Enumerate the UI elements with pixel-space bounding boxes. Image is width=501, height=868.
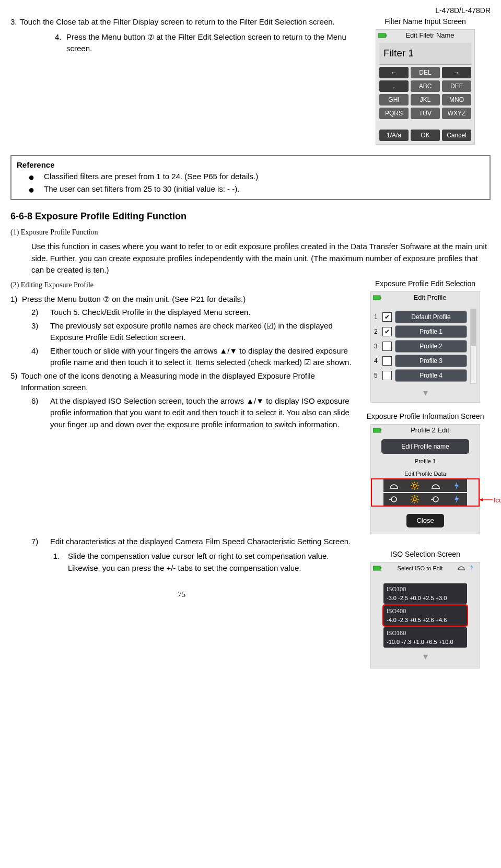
profile-checkbox[interactable] — [382, 371, 392, 380]
info-screen-caption: Exposure Profile Information Screen — [367, 411, 484, 422]
mode-icon-reflected-ambient[interactable] — [383, 493, 404, 506]
chevron-down-icon[interactable]: ▾ — [371, 386, 480, 400]
key-dot[interactable]: . — [379, 80, 409, 92]
step2-5-number: 5) — [10, 370, 21, 394]
svg-point-19 — [413, 498, 416, 501]
mode-icon-bolt-2[interactable] — [446, 493, 467, 506]
profile-checkbox[interactable]: ✔ — [382, 312, 392, 322]
svg-point-7 — [413, 484, 416, 487]
iso-item[interactable]: ISO160-10.0 -7.3 +1.0 +6.5 +10.0 — [383, 627, 467, 648]
profile-label[interactable]: Profile 3 — [395, 355, 467, 367]
key-ok[interactable]: OK — [411, 130, 440, 141]
svg-rect-5 — [380, 429, 381, 431]
key-jkl[interactable]: JKL — [411, 94, 440, 105]
profile-checkbox[interactable] — [382, 356, 392, 366]
step3-text: Touch the Close tab at the Filter Displa… — [20, 16, 353, 28]
profile-label[interactable]: Default Profile — [395, 311, 467, 323]
profile-checkbox[interactable] — [382, 342, 392, 351]
step2-1-number: 1) — [10, 294, 22, 306]
iso-item-values: -10.0 -7.3 +1.0 +6.5 +10.0 — [387, 638, 464, 647]
close-button[interactable]: Close — [406, 514, 444, 527]
iso-selection-screen: Select ISO to Edit ISO100-3.0 -2.5 +0.0 … — [370, 562, 480, 668]
iso-caption: ISO Selection Screen — [390, 549, 460, 560]
key-mno[interactable]: MNO — [442, 94, 471, 105]
key-wxyz[interactable]: WXYZ — [442, 108, 471, 119]
step3-number: 3. — [10, 16, 20, 28]
icons-annotation: Icons — [479, 495, 501, 506]
key-del[interactable]: DEL — [411, 67, 440, 78]
filter-name-input-screen: Edit Filetr Name Filter 1 ← DEL → . ABC … — [376, 29, 475, 145]
iso-item-name: ISO160 — [387, 629, 464, 638]
key-abc[interactable]: ABC — [411, 80, 440, 92]
step2-7-1-number: 1. — [53, 550, 68, 574]
bullet-icon: ● — [28, 183, 34, 196]
subsection-1-body: Use this function in cases where you wan… — [31, 241, 491, 276]
key-cancel[interactable]: Cancel — [442, 130, 471, 141]
model-label: L-478D/L-478DR — [10, 5, 491, 16]
svg-line-12 — [412, 483, 413, 484]
svg-rect-1 — [386, 34, 387, 37]
mode-icon-dome-ambient[interactable] — [383, 479, 404, 492]
key-right-arrow[interactable]: → — [442, 67, 471, 78]
svg-point-28 — [433, 497, 438, 502]
key-def[interactable]: DEF — [442, 80, 471, 92]
profile-label[interactable]: Profile 1 — [395, 325, 467, 338]
profile-row[interactable]: 3Profile 2 — [374, 340, 467, 353]
profile-label[interactable]: Profile 2 — [395, 340, 467, 353]
step2-7-text: Edit characteristics at the displayed Ca… — [50, 536, 351, 548]
exposure-profile-edit-selection-screen: Edit Profile 1✔Default Profile2✔Profile … — [370, 291, 480, 403]
reference-box: Reference ●Classified filters are preset… — [10, 155, 491, 201]
edit-selection-caption: Exposure Profile Edit Selection — [375, 278, 475, 289]
svg-rect-3 — [380, 297, 381, 299]
key-pqrs[interactable]: PQRS — [379, 108, 409, 119]
subsection-2-title: (2) Editing Exposure Profile — [10, 279, 353, 290]
profile-screen-title: Edit Profile — [382, 292, 477, 303]
mode-icon-sun[interactable] — [404, 479, 425, 492]
svg-point-17 — [391, 497, 397, 502]
key-ghi[interactable]: GHI — [379, 94, 409, 105]
mode-icon-bolt[interactable] — [446, 479, 467, 492]
iso-screen-title: Select ISO to Edit — [382, 564, 458, 573]
profile-row[interactable]: 5Profile 4 — [374, 369, 467, 382]
iso-item[interactable]: ISO400-4.0 -2.3 +0.5 +2.6 +4.6 — [383, 605, 467, 626]
edit-profile-name-button[interactable]: Edit Profile name — [381, 439, 469, 454]
profile-row[interactable]: 4Profile 3 — [374, 355, 467, 367]
key-tuv[interactable]: TUV — [411, 108, 440, 119]
key-mode-toggle[interactable]: 1/A/a — [379, 130, 409, 141]
step2-3-text: The previously set exposure profile name… — [50, 320, 353, 344]
svg-rect-2 — [373, 296, 380, 300]
svg-rect-0 — [378, 33, 386, 38]
step4-text: Press the Menu button ⑦ at the Filter Ed… — [66, 31, 353, 55]
profile-row[interactable]: 1✔Default Profile — [374, 311, 467, 323]
step2-2-text: Touch 5. Check/Edit Profile in the displ… — [50, 307, 251, 319]
step2-7-number: 7) — [31, 536, 50, 548]
step2-5-text: Touch one of the icons denoting a Measur… — [21, 370, 353, 394]
step2-1-text: Press the Menu button ⑦ on the main unit… — [22, 294, 246, 306]
mode-icon-sun-2[interactable] — [404, 493, 425, 506]
step2-4-number: 4) — [31, 345, 50, 369]
filter-caption: Filter Name Input Screen — [385, 16, 466, 27]
dome-icon — [458, 564, 465, 573]
profile-label[interactable]: Profile 4 — [395, 369, 467, 382]
iso-item[interactable]: ISO100-3.0 -2.5 +0.0 +2.5 +3.0 — [383, 583, 467, 604]
profile-row-number: 3 — [374, 342, 381, 351]
filter-name-field[interactable]: Filter 1 — [379, 43, 471, 65]
page-number: 75 — [10, 589, 353, 601]
battery-icon — [378, 33, 388, 38]
profile-row-number: 4 — [374, 356, 381, 366]
mode-icon-reflected-flash[interactable] — [425, 493, 446, 506]
key-left-arrow[interactable]: ← — [379, 67, 409, 78]
iso-item-values: -4.0 -2.3 +0.5 +2.6 +4.6 — [387, 616, 464, 625]
subsection-1-title: (1) Exposure Profile Function — [10, 227, 491, 238]
svg-line-27 — [412, 501, 413, 502]
mode-icon-dome-flash[interactable] — [425, 479, 446, 492]
chevron-down-icon[interactable]: ▾ — [371, 650, 480, 664]
profile-checkbox[interactable]: ✔ — [382, 327, 392, 336]
step2-4-text: Either touch or slide with your fingers … — [50, 345, 353, 369]
battery-icon — [373, 428, 382, 433]
profile-row[interactable]: 2✔Profile 1 — [374, 325, 467, 338]
step2-3-number: 3) — [31, 320, 50, 344]
svg-line-13 — [417, 488, 418, 489]
svg-line-24 — [412, 496, 413, 497]
svg-line-25 — [417, 501, 418, 502]
